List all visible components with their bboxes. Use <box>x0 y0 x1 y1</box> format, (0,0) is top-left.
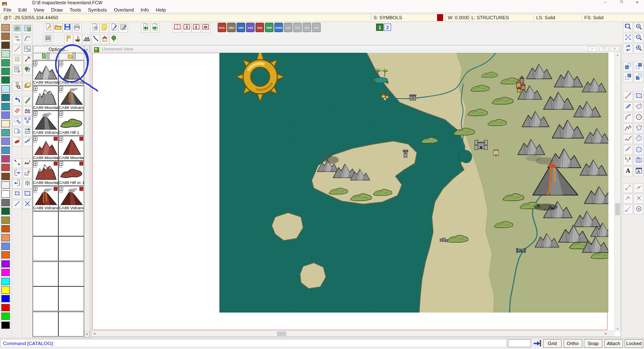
catalog-empty-cell[interactable] <box>58 312 84 337</box>
snap-toggle-button[interactable]: Snap <box>584 339 602 348</box>
restore-button[interactable]: ❐ <box>616 0 626 5</box>
current-color-swatch[interactable] <box>437 14 443 21</box>
catalog-item-6[interactable]: CA89 Mountai <box>33 136 58 161</box>
product-stamp-cos3[interactable]: COS3 <box>274 23 283 32</box>
text-tool[interactable]: A <box>623 166 633 176</box>
diagonal-line-tool[interactable] <box>12 200 22 209</box>
color-swatch-18[interactable] <box>1 181 10 189</box>
color-swatch-26[interactable] <box>1 251 10 259</box>
coordinates-tool[interactable]: x,y <box>23 169 32 178</box>
color-swatch-20[interactable] <box>1 199 10 206</box>
structure-category[interactable] <box>100 34 109 44</box>
line-style-indicator[interactable]: LS: Solid <box>534 14 583 22</box>
river-category[interactable] <box>91 34 100 44</box>
color-swatch-31[interactable] <box>1 295 10 302</box>
find-catalog[interactable] <box>201 23 210 33</box>
text-frame-tool[interactable]: A <box>634 166 644 176</box>
catalog-empty-cell[interactable] <box>58 211 84 236</box>
color-swatch-17[interactable] <box>1 173 10 180</box>
catalog-item-7[interactable]: CA89 Mountai <box>58 136 84 161</box>
map-canvas[interactable] <box>91 52 615 332</box>
product-stamp-per[interactable]: PER <box>265 23 273 32</box>
ship-category[interactable] <box>73 34 82 44</box>
copy-tool[interactable] <box>12 127 22 136</box>
undo-tool[interactable] <box>12 96 22 105</box>
color-swatch-32[interactable] <box>1 304 10 311</box>
extract-tool[interactable] <box>12 169 22 178</box>
open-drawing[interactable] <box>53 23 63 33</box>
send-below-tool[interactable] <box>634 72 644 82</box>
minimize-button[interactable]: ─ <box>600 0 611 5</box>
catalog-item-2[interactable]: CA89 Mountai <box>33 86 58 111</box>
map-close-button[interactable]: ✕ <box>610 46 619 51</box>
vertical-scroll-thumb[interactable] <box>615 203 620 215</box>
line-tool[interactable] <box>623 91 633 101</box>
catalog-empty-cell[interactable] <box>33 236 58 261</box>
color-swatch-13[interactable] <box>1 138 10 145</box>
catalog-options-button[interactable]: Options... <box>33 46 84 53</box>
scroll-down-arrow[interactable]: ▼ <box>615 326 620 332</box>
text-note[interactable] <box>100 23 109 33</box>
product-stamp-dj3[interactable]: DJ3 <box>255 23 264 32</box>
edit-document[interactable] <box>109 23 118 33</box>
scroll-left-arrow[interactable]: ◀ <box>91 331 97 337</box>
smooth-polygon-tool[interactable] <box>634 134 644 144</box>
hotspot-button-1[interactable]: 1 <box>376 24 383 31</box>
color-swatch-5[interactable] <box>1 68 10 75</box>
print[interactable] <box>72 23 82 33</box>
fill-style-indicator[interactable]: FS: Solid <box>582 14 644 22</box>
circle-tool[interactable] <box>634 113 644 123</box>
center-snap-tool[interactable] <box>634 205 644 214</box>
color-swatch-19[interactable] <box>1 190 10 198</box>
color-swatch-29[interactable] <box>1 278 10 285</box>
previous-catalog[interactable] <box>182 23 191 33</box>
tracking-input[interactable] <box>508 339 531 347</box>
zoom-last-tool[interactable] <box>634 44 644 54</box>
map-window-tool[interactable] <box>23 45 32 54</box>
catalog-empty-cell[interactable] <box>33 262 58 286</box>
contours-tool[interactable]: 700900 <box>12 35 22 44</box>
landmass-tool[interactable] <box>12 24 22 34</box>
catalog-empty-cell[interactable] <box>33 211 58 236</box>
layer-indicator[interactable]: L: STRUCTURES <box>469 14 535 22</box>
map-restore-button[interactable]: ❐ <box>599 46 608 51</box>
symbol-update-tool[interactable] <box>23 66 32 75</box>
color-swatch-30[interactable] <box>1 286 10 294</box>
scroll-up-arrow[interactable]: ▲ <box>615 52 620 58</box>
irregular-polygon-tool[interactable] <box>634 102 644 112</box>
angle-snap-tool[interactable] <box>623 194 633 204</box>
symbol-manager-tool[interactable] <box>12 66 22 75</box>
grid-toggle-button[interactable]: Grid <box>543 339 562 348</box>
numeric-edit-tool[interactable]: 123 <box>623 156 633 165</box>
catalog-item-1[interactable]: CA89 Mountai <box>58 60 84 85</box>
save-drawing[interactable] <box>63 23 72 33</box>
edit-map[interactable] <box>118 23 128 33</box>
catalog-item-8[interactable]: CA89 Mountai <box>33 161 58 186</box>
catalog-empty-cell[interactable] <box>58 286 84 311</box>
color-swatch-8[interactable] <box>1 94 10 101</box>
attach-toggle-button[interactable]: Attach <box>605 339 623 348</box>
product-stamp-cc3plus[interactable]: CC3+ <box>218 23 226 32</box>
catalog-empty-cell[interactable] <box>58 262 84 286</box>
next-catalog[interactable] <box>191 23 201 33</box>
color-swatch-1[interactable] <box>1 33 10 40</box>
color-swatch-4[interactable] <box>1 59 10 66</box>
endpoint-snap-tool[interactable] <box>623 183 633 193</box>
node-edit-tool[interactable] <box>23 117 32 126</box>
wall-tool[interactable] <box>23 179 32 189</box>
new-drawing[interactable] <box>44 23 53 33</box>
cursor-track-icon[interactable] <box>533 340 541 349</box>
insert-tool[interactable] <box>12 179 22 189</box>
path-tool[interactable] <box>623 123 633 133</box>
road-tool[interactable] <box>12 45 22 54</box>
erase-tool[interactable] <box>12 106 22 116</box>
arc-tool[interactable] <box>623 113 633 123</box>
mountain-category[interactable] <box>82 34 91 44</box>
zoom-in-tool[interactable] <box>634 22 644 32</box>
catalog-item-4[interactable]: CA89 Volcano <box>33 111 58 135</box>
catalog-empty-cell[interactable] <box>33 312 58 337</box>
catalog-item-3[interactable]: CA89 Volcano <box>58 86 84 111</box>
color-swatch-25[interactable] <box>1 243 10 250</box>
color-swatch-0[interactable] <box>1 24 10 31</box>
color-swatch-3[interactable] <box>1 50 10 57</box>
